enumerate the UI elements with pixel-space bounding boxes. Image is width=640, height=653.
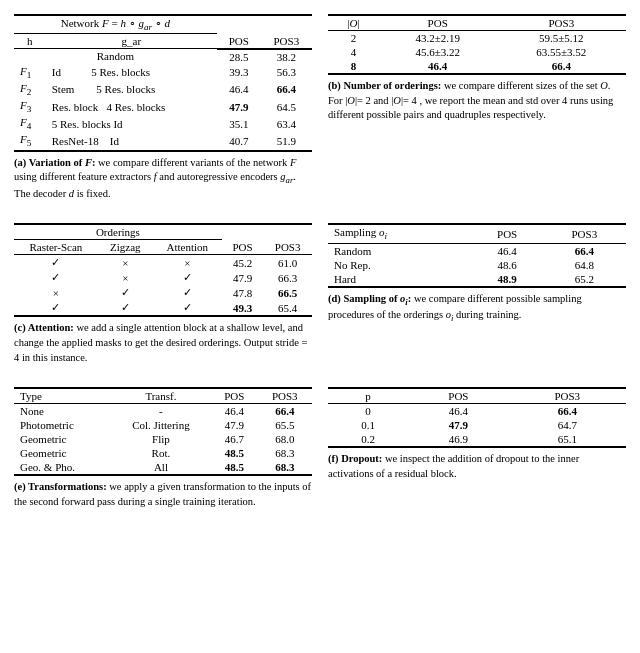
table-row: ✓ × × 45.2 61.0: [14, 255, 312, 271]
section-e: Type Transf. POS POS3 None - 46.4 66.4 P…: [14, 383, 312, 509]
table-row: No Rep. 48.6 64.8: [328, 258, 626, 272]
table-a-f3-h: F3: [14, 98, 46, 115]
table-f-p02: 0.2: [328, 432, 408, 447]
caption-b: (b) Number of orderings: we compare diff…: [328, 79, 626, 123]
table-row: F3 Res. block 4 Res. blocks 47.9 64.5: [14, 98, 312, 115]
table-b-pos3-4: 63.55±3.52: [497, 45, 626, 59]
table-d-norep-label: No Rep.: [328, 258, 472, 272]
table-e-type-header: Type: [14, 388, 111, 404]
table-c-row3-zigzag: ✓: [98, 285, 153, 300]
table-c-row3-attention: ✓: [153, 285, 222, 300]
table-d-sampling-header: Sampling oi: [328, 224, 472, 243]
table-row: 8 46.4 66.4: [328, 59, 626, 74]
table-a-pos3-header: POS3: [261, 15, 312, 49]
table-e-pos3-header: POS3: [258, 388, 312, 404]
table-c-row4-attention: ✓: [153, 300, 222, 316]
table-f-pos-header: POS: [408, 388, 508, 404]
table-e-geopho-transf: All: [111, 460, 211, 475]
table-row: None - 46.4 66.4: [14, 404, 312, 419]
caption-e: (e) Transformations: we apply a given tr…: [14, 480, 312, 509]
table-c-raster-header: Raster-Scan: [14, 240, 98, 255]
table-e-none-type: None: [14, 404, 111, 419]
table-d-random-pos3: 66.4: [543, 243, 626, 258]
table-b-o-2: 2: [328, 31, 379, 46]
caption-f-label: (f) Dropout:: [328, 453, 382, 464]
section-a: Network F = h ∘ gar ∘ d POS POS3 h g_ar …: [14, 10, 312, 201]
table-a-f1-pos: 39.3: [217, 64, 261, 81]
table-c-orderings-header: Orderings: [14, 224, 222, 240]
table-d: Sampling oi POS POS3 Random 46.4 66.4 No…: [328, 223, 626, 287]
table-a-h-header: h: [14, 34, 46, 49]
table-e-geo1-pos: 46.7: [211, 432, 257, 446]
table-d-hard-pos: 48.9: [472, 272, 543, 287]
table-e-none-pos: 46.4: [211, 404, 257, 419]
table-c-row2-pos: 47.9: [222, 270, 264, 285]
table-row: 2 43.2±2.19 59.5±5.12: [328, 31, 626, 46]
table-d-random-pos: 46.4: [472, 243, 543, 258]
table-a-f3-pos3: 64.5: [261, 98, 312, 115]
table-row: Photometric Col. Jittering 47.9 65.5: [14, 418, 312, 432]
table-f-p02-pos: 46.9: [408, 432, 508, 447]
table-e: Type Transf. POS POS3 None - 46.4 66.4 P…: [14, 387, 312, 476]
table-a-f5-pos: 40.7: [217, 132, 261, 150]
table-b-o-4: 4: [328, 45, 379, 59]
table-c-row2-raster: ✓: [14, 270, 98, 285]
table-e-photo-pos3: 65.5: [258, 418, 312, 432]
caption-d-label: (d) Sampling of oi:: [328, 293, 411, 304]
table-c-pos3-header: POS3: [263, 224, 312, 255]
table-b-o-8: 8: [328, 59, 379, 74]
table-c-row1-raster: ✓: [14, 255, 98, 271]
table-c-row4-raster: ✓: [14, 300, 98, 316]
table-d-norep-pos: 48.6: [472, 258, 543, 272]
table-row: 0 46.4 66.4: [328, 404, 626, 419]
table-f-p-header: p: [328, 388, 408, 404]
table-row: ✓ ✓ ✓ 49.3 65.4: [14, 300, 312, 316]
table-row: F4 5 Res. blocks Id 35.1 63.4: [14, 115, 312, 132]
table-c-row4-pos: 49.3: [222, 300, 264, 316]
caption-e-label: (e) Transformations:: [14, 481, 107, 492]
table-f-p0-pos3: 66.4: [509, 404, 626, 419]
table-c-row1-pos3: 61.0: [263, 255, 312, 271]
table-a-f2-pos: 46.4: [217, 81, 261, 98]
table-b-pos-8: 46.4: [379, 59, 497, 74]
table-c: Orderings POS POS3 Raster-Scan Zigzag At…: [14, 223, 312, 317]
table-d-hard-label: Hard: [328, 272, 472, 287]
table-e-photo-type: Photometric: [14, 418, 111, 432]
table-f-p01-pos3: 64.7: [509, 418, 626, 432]
table-a-pos-header: POS: [217, 15, 261, 49]
table-e-geo2-pos3: 68.3: [258, 446, 312, 460]
table-a-f4-gar: 5 Res. blocks Id: [46, 115, 217, 132]
table-c-row2-attention: ✓: [153, 270, 222, 285]
table-e-geo1-transf: Flip: [111, 432, 211, 446]
table-c-row3-pos3: 66.5: [263, 285, 312, 300]
table-a-network-header: Network F = h ∘ gar ∘ d: [14, 15, 217, 34]
table-f-p0-pos: 46.4: [408, 404, 508, 419]
table-a-f4-h: F4: [14, 115, 46, 132]
section-b: |O| POS POS3 2 43.2±2.19 59.5±5.12 4 45.…: [328, 10, 626, 201]
table-b-pos3-2: 59.5±5.12: [497, 31, 626, 46]
section-f: p POS POS3 0 46.4 66.4 0.1 47.9 64.7 0.2: [328, 383, 626, 509]
section-d: Sampling oi POS POS3 Random 46.4 66.4 No…: [328, 219, 626, 365]
table-c-row4-zigzag: ✓: [98, 300, 153, 316]
table-f-p01-pos: 47.9: [408, 418, 508, 432]
table-c-row1-pos: 45.2: [222, 255, 264, 271]
table-e-geo2-pos: 48.5: [211, 446, 257, 460]
table-row: Geometric Flip 46.7 68.0: [14, 432, 312, 446]
table-e-none-pos3: 66.4: [258, 404, 312, 419]
caption-f: (f) Dropout: we inspect the addition of …: [328, 452, 626, 481]
table-b-o-header: |O|: [328, 15, 379, 31]
table-e-none-transf: -: [111, 404, 211, 419]
table-c-zigzag-header: Zigzag: [98, 240, 153, 255]
table-e-geo2-transf: Rot.: [111, 446, 211, 460]
table-row: F5 ResNet-18 Id 40.7 51.9: [14, 132, 312, 150]
table-row: ✓ × ✓ 47.9 66.3: [14, 270, 312, 285]
table-e-geo1-type: Geometric: [14, 432, 111, 446]
table-a-f1-gar: Id 5 Res. blocks: [46, 64, 217, 81]
section-c: Orderings POS POS3 Raster-Scan Zigzag At…: [14, 219, 312, 365]
table-c-row1-attention: ×: [153, 255, 222, 271]
table-a-f4-pos3: 63.4: [261, 115, 312, 132]
table-f-p01: 0.1: [328, 418, 408, 432]
table-a-f3-pos: 47.9: [217, 98, 261, 115]
table-e-photo-pos: 47.9: [211, 418, 257, 432]
caption-c-label: (c) Attention:: [14, 322, 74, 333]
